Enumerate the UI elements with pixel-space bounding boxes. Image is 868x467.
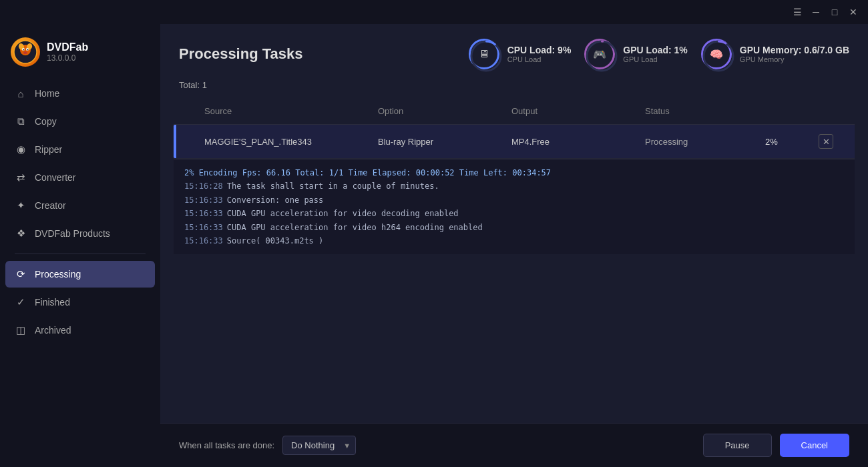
footer: When all tasks are done: Do Nothing Shut… <box>160 423 868 467</box>
gpu-circle: 🎮 <box>584 39 615 69</box>
sidebar: DVDFab 13.0.0.0 ⌂ Home ⧉ Copy ◉ Ripper ⇄… <box>0 24 160 467</box>
cell-output: MP4.Free <box>507 127 641 156</box>
sidebar-label-home: Home <box>35 88 59 99</box>
sidebar-label-products: DVDFab Products <box>35 228 110 239</box>
creator-icon: ✦ <box>15 199 27 211</box>
log-msg-0: The task shall start in a couple of minu… <box>227 181 439 191</box>
app-body: DVDFab 13.0.0.0 ⌂ Home ⧉ Copy ◉ Ripper ⇄… <box>0 24 868 467</box>
sidebar-item-copy[interactable]: ⧉ Copy <box>5 108 155 135</box>
log-time-2: 15:16:33 <box>184 209 223 218</box>
log-msg-4: Source( 00343.m2ts ) <box>227 236 324 246</box>
col-percent <box>761 103 815 119</box>
cpu-sublabel: CPU Load <box>507 55 572 63</box>
log-line-2: 15:16:33CUDA GPU acceleration for video … <box>184 207 844 220</box>
total-label: Total: 1 <box>179 80 207 90</box>
log-time-1: 15:16:33 <box>184 195 223 205</box>
logo-text: DVDFab 13.0.0.0 <box>47 41 88 63</box>
log-msg-2: CUDA GPU acceleration for video decoding… <box>227 209 459 218</box>
mem-circle: 🧠 <box>701 39 732 69</box>
sidebar-item-ripper[interactable]: ◉ Ripper <box>5 136 155 163</box>
app-logo: DVDFab 13.0.0.0 <box>0 31 160 80</box>
log-progress-line: 2% Encoding Fps: 66.16 Total: 1/1 Time E… <box>184 166 844 179</box>
cell-indicator <box>180 132 200 151</box>
logo-icon <box>11 37 40 67</box>
total-row: Total: 1 <box>160 80 868 98</box>
log-time-0: 15:16:28 <box>184 181 223 191</box>
ripper-icon: ◉ <box>15 143 27 155</box>
col-status: Status <box>641 103 761 119</box>
cancel-button[interactable]: Cancel <box>780 434 849 457</box>
log-time-3: 15:16:33 <box>184 223 223 232</box>
mem-sublabel: GPU Memory <box>740 55 849 63</box>
sidebar-item-home[interactable]: ⌂ Home <box>5 80 155 107</box>
menu-button[interactable]: ☰ <box>788 3 807 21</box>
sidebar-label-creator: Creator <box>35 200 66 211</box>
sidebar-item-creator[interactable]: ✦ Creator <box>5 192 155 219</box>
cell-percent: 2% <box>761 127 815 156</box>
pause-button[interactable]: Pause <box>703 434 772 457</box>
gpu-label: GPU Load: 1% <box>623 45 687 55</box>
copy-icon: ⧉ <box>15 115 27 127</box>
log-msg-3: CUDA GPU acceleration for video h264 enc… <box>227 223 483 232</box>
cell-source: MAGGIE'S_PLAN_.Title343 <box>200 127 374 156</box>
page-title: Processing Tasks <box>179 45 302 63</box>
converter-icon: ⇄ <box>15 171 27 183</box>
maximize-button[interactable]: □ <box>825 3 844 21</box>
sidebar-item-processing[interactable]: ⟳ Processing <box>5 261 155 288</box>
col-output: Output <box>507 103 641 119</box>
cell-option: Blu-ray Ripper <box>374 127 507 156</box>
sidebar-label-archived: Archived <box>35 325 71 336</box>
sidebar-label-finished: Finished <box>35 297 70 308</box>
cpu-stat: 🖥 CPU Load: 9% CPU Load <box>469 39 572 69</box>
mem-label: GPU Memory: 0.6/7.0 GB <box>740 45 849 55</box>
products-icon: ❖ <box>15 227 27 240</box>
active-row-indicator <box>174 125 176 158</box>
minimize-button[interactable]: ─ <box>807 3 825 21</box>
titlebar: ☰ ─ □ ✕ <box>0 0 868 24</box>
app-version: 13.0.0.0 <box>47 53 88 63</box>
sidebar-label-converter: Converter <box>35 172 75 183</box>
log-line-4: 15:16:33Source( 00343.m2ts ) <box>184 234 844 248</box>
cpu-label: CPU Load: 9% <box>507 45 572 55</box>
sidebar-item-dvdfab-products[interactable]: ❖ DVDFab Products <box>5 220 155 247</box>
table-row: MAGGIE'S_PLAN_.Title343 Blu-ray Ripper M… <box>174 125 855 159</box>
gpu-sublabel: GPU Load <box>623 55 687 63</box>
footer-right: Pause Cancel <box>703 434 849 457</box>
close-button[interactable]: ✕ <box>844 3 863 21</box>
svg-point-9 <box>471 41 501 71</box>
sidebar-label-ripper: Ripper <box>35 144 62 155</box>
svg-point-6 <box>23 49 25 51</box>
sidebar-nav: ⌂ Home ⧉ Copy ◉ Ripper ⇄ Converter ✦ Cre… <box>0 80 160 344</box>
nav-divider <box>15 254 146 254</box>
cell-status: Processing <box>641 127 761 156</box>
main-content: Processing Tasks 🖥 CPU Load: 9% CPU Load <box>160 24 868 467</box>
table-header: Source Option Output Status <box>174 98 855 125</box>
cell-remove[interactable]: ✕ <box>815 125 841 158</box>
done-select[interactable]: Do Nothing Shutdown Hibernate Sleep <box>282 436 356 455</box>
svg-point-7 <box>27 49 29 51</box>
col-indicator <box>180 103 200 119</box>
processing-icon: ⟳ <box>15 268 27 280</box>
remove-task-button[interactable]: ✕ <box>819 134 833 149</box>
gpu-info: GPU Load: 1% GPU Load <box>623 45 687 63</box>
home-icon: ⌂ <box>15 87 27 99</box>
footer-left: When all tasks are done: Do Nothing Shut… <box>179 436 356 455</box>
stats-bar: 🖥 CPU Load: 9% CPU Load 🎮 <box>469 39 849 69</box>
cpu-circle: 🖥 <box>469 39 499 69</box>
app-name: DVDFab <box>47 41 88 53</box>
col-source: Source <box>200 103 374 119</box>
sidebar-item-finished[interactable]: ✓ Finished <box>5 289 155 316</box>
log-line-3: 15:16:33CUDA GPU acceleration for video … <box>184 221 844 234</box>
done-label: When all tasks are done: <box>179 440 274 450</box>
log-line-1: 15:16:33Conversion: one pass <box>184 193 844 207</box>
sidebar-item-archived[interactable]: ◫ Archived <box>5 317 155 344</box>
svg-point-8 <box>23 51 27 54</box>
gpu-stat: 🎮 GPU Load: 1% GPU Load <box>584 39 687 69</box>
log-area: 2% Encoding Fps: 66.16 Total: 1/1 Time E… <box>174 159 855 254</box>
sidebar-label-processing: Processing <box>35 269 81 280</box>
sidebar-item-converter[interactable]: ⇄ Converter <box>5 164 155 191</box>
log-line-0: 15:16:28The task shall start in a couple… <box>184 179 844 193</box>
archived-icon: ◫ <box>15 324 27 336</box>
finished-icon: ✓ <box>15 296 27 308</box>
done-select-wrapper[interactable]: Do Nothing Shutdown Hibernate Sleep ▼ <box>282 436 356 455</box>
